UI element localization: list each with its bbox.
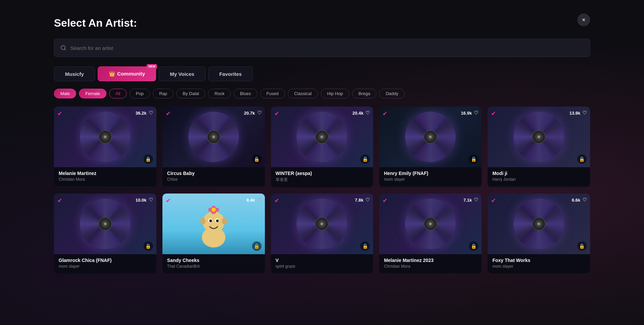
artist-creator: Christian Mora xyxy=(59,177,152,182)
filter-male[interactable]: Male xyxy=(54,89,76,98)
artist-card-melanie-martinez[interactable]: ✔ 36.2k ♡ 🔒 Melanie Martinez Christian M… xyxy=(54,107,156,187)
artist-card-sandy-cheeks[interactable]: ✔ 8.4k ♡ 🔒 Sandy Cheeks That CanadianBri… xyxy=(162,194,265,273)
verified-badge: ✔ xyxy=(57,110,62,117)
tab-favorites[interactable]: Favorites xyxy=(208,66,253,81)
like-count: 10.0k xyxy=(135,198,147,203)
vinyl-disc xyxy=(80,112,130,162)
heart-icon[interactable]: ♡ xyxy=(582,110,587,116)
artist-name: Modi ji xyxy=(492,171,585,176)
artist-card-henry-emily-fnaf[interactable]: ✔ 16.9k ♡ 🔒 Henry Emily (FNAF) mom slaye… xyxy=(379,107,482,187)
card-stats: 36.2k ♡ xyxy=(135,110,153,116)
heart-icon[interactable]: ♡ xyxy=(149,197,153,203)
verified-badge: ✔ xyxy=(491,110,496,117)
like-count: 20.4k xyxy=(352,111,364,116)
vinyl-disc xyxy=(514,112,564,162)
verified-badge: ✔ xyxy=(491,197,496,204)
filters-row: Male Female All Pop Rap By Dalal Rock Bl… xyxy=(54,89,590,98)
artist-name: V xyxy=(276,258,369,263)
artist-name: Melanie Martinez xyxy=(59,171,152,176)
heart-icon[interactable]: ♡ xyxy=(365,110,370,116)
filter-fused[interactable]: Fused xyxy=(260,89,285,98)
crown-icon: 👑 xyxy=(109,71,115,77)
tab-community[interactable]: 👑Community NEW xyxy=(98,66,156,81)
heart-icon[interactable]: ♡ xyxy=(582,197,587,203)
like-count: 6.6k xyxy=(572,198,580,203)
card-stats: 6.6k ♡ xyxy=(572,197,587,203)
filter-all[interactable]: All xyxy=(109,89,127,98)
lock-icon: 🔒 xyxy=(577,241,587,251)
verified-badge: ✔ xyxy=(57,197,62,204)
svg-line-1 xyxy=(64,49,65,50)
artist-card-v[interactable]: ✔ 7.8k ♡ 🔒 V spirit graze xyxy=(271,194,373,273)
artist-card-foxy-that-works[interactable]: ✔ 6.6k ♡ 🔒 Foxy That Works mom slayer xyxy=(488,194,590,273)
vinyl-disc xyxy=(188,112,239,162)
artist-creator: mom slayer xyxy=(59,264,152,269)
lock-icon: 🔒 xyxy=(577,154,587,164)
filter-blues[interactable]: Blues xyxy=(234,89,257,98)
artist-card-winter-aespa[interactable]: ✔ 20.4k ♡ 🔒 WINTER (aespa) 草美里 xyxy=(271,107,373,187)
filter-pop[interactable]: Pop xyxy=(129,89,150,98)
svg-point-14 xyxy=(212,208,216,212)
card-stats: 20.4k ♡ xyxy=(352,110,370,116)
vinyl-disc xyxy=(297,199,347,249)
artist-name: Foxy That Works xyxy=(492,258,585,263)
heart-icon[interactable]: ♡ xyxy=(474,197,478,203)
like-count: 13.9k xyxy=(569,111,580,116)
artist-name: WINTER (aespa) xyxy=(276,171,369,176)
artist-creator: 草美里 xyxy=(276,177,369,183)
artist-card-circus-baby[interactable]: ✔ 20.7k ♡ 🔒 Circus Baby Chloe xyxy=(162,107,265,187)
tab-my-voices[interactable]: My Voices xyxy=(159,66,205,81)
artist-name: Glamrock Chica (FNAF) xyxy=(59,258,152,263)
heart-icon[interactable]: ♡ xyxy=(365,197,370,203)
artist-card-modi-ji[interactable]: ✔ 13.9k ♡ 🔒 Modi ji Harry Jordan xyxy=(488,107,590,187)
svg-point-3 xyxy=(203,211,224,233)
like-count: 36.2k xyxy=(135,111,147,116)
lock-icon: 🔒 xyxy=(252,154,262,164)
verified-badge: ✔ xyxy=(382,197,388,204)
card-stats: 20.7k ♡ xyxy=(244,110,262,116)
heart-icon[interactable]: ♡ xyxy=(474,110,478,116)
artist-name: Henry Emily (FNAF) xyxy=(384,171,477,176)
filter-rap[interactable]: Rap xyxy=(153,89,174,98)
filter-brega[interactable]: Brega xyxy=(352,89,377,98)
filter-hip-hop[interactable]: Hip Hop xyxy=(321,89,349,98)
artist-creator: spirit graze xyxy=(276,264,369,269)
svg-point-7 xyxy=(216,219,219,222)
vinyl-disc xyxy=(514,199,564,249)
verified-badge: ✔ xyxy=(382,110,388,117)
filter-female[interactable]: Female xyxy=(79,89,106,98)
artist-name: Melanie Martinez 2023 xyxy=(384,258,477,263)
card-stats: 10.0k ♡ xyxy=(135,197,153,203)
search-input[interactable] xyxy=(70,45,584,51)
artist-name: Sandy Cheeks xyxy=(167,258,260,263)
tab-musicfy[interactable]: Musicfy xyxy=(54,66,95,81)
artist-card-melanie-martinez-2023[interactable]: ✔ 7.1k ♡ 🔒 Melanie Martinez 2023 Christi… xyxy=(379,194,482,273)
filter-rock[interactable]: Rock xyxy=(208,89,231,98)
filter-classical[interactable]: Classical xyxy=(288,89,318,98)
artist-card-glamrock-chica-fnaf[interactable]: ✔ 10.0k ♡ 🔒 Glamrock Chica (FNAF) mom sl… xyxy=(54,194,156,273)
svg-point-6 xyxy=(209,219,212,222)
card-stats: 7.8k ♡ xyxy=(355,197,370,203)
lock-icon: 🔒 xyxy=(469,241,478,251)
heart-icon[interactable]: ♡ xyxy=(257,197,262,203)
like-count: 8.4k xyxy=(246,198,255,203)
filter-daddy[interactable]: Daddy xyxy=(379,89,405,98)
vinyl-disc xyxy=(80,199,130,249)
like-count: 20.7k xyxy=(244,111,255,116)
search-bar xyxy=(54,39,590,57)
close-button[interactable]: × xyxy=(577,13,590,26)
heart-icon[interactable]: ♡ xyxy=(149,110,153,116)
artist-creator: Christian Mora xyxy=(384,264,477,269)
community-badge: NEW xyxy=(147,64,157,69)
modal-container: × Select An Artist: Musicfy 👑Community N… xyxy=(54,13,590,312)
tabs-row: Musicfy 👑Community NEW My Voices Favorit… xyxy=(54,66,590,81)
filter-by-dalal[interactable]: By Dalal xyxy=(176,89,205,98)
card-stats: 16.9k ♡ xyxy=(461,110,479,116)
verified-badge: ✔ xyxy=(274,110,279,117)
artist-creator: That CanadianBrit xyxy=(167,264,260,269)
artist-creator: mom slayer xyxy=(492,264,585,269)
verified-badge: ✔ xyxy=(274,197,279,204)
artists-grid-row2: ✔ 10.0k ♡ 🔒 Glamrock Chica (FNAF) mom sl… xyxy=(54,194,590,273)
heart-icon[interactable]: ♡ xyxy=(257,110,262,116)
artist-name: Circus Baby xyxy=(167,171,260,176)
